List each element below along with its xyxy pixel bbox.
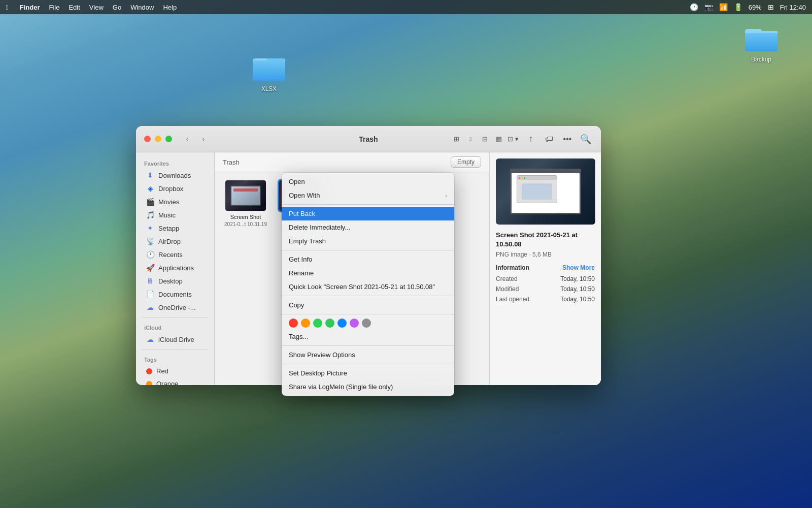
preview-dot-max [524, 177, 525, 179]
preview-info-label: Information Show More [496, 264, 595, 271]
context-open[interactable]: Open [282, 175, 454, 188]
xlsx-folder-icon [253, 51, 285, 83]
sidebar-item-airdrop[interactable]: 📡 AirDrop [138, 235, 212, 248]
context-get-info[interactable]: Get Info [282, 252, 454, 266]
desktop-icon-backup[interactable]: Backup [741, 21, 782, 63]
sidebar-divider-icloud [142, 317, 208, 318]
sidebar-item-onedrive-label: OneDrive -... [158, 304, 196, 311]
tag-button[interactable]: 🏷 [542, 132, 556, 146]
preview-last-opened-row: Last opened Today, 10:50 [496, 296, 595, 303]
icon-view-button[interactable]: ⊞ [450, 134, 463, 145]
sidebar-item-tag-red[interactable]: Red [138, 365, 212, 377]
open-with-arrow: › [445, 193, 447, 199]
controlcenter-icon[interactable]: ⊞ [768, 3, 774, 11]
column-view-button[interactable]: ⊟ [478, 134, 491, 145]
sidebar-item-dropbox[interactable]: ◈ Dropbox [138, 182, 212, 195]
show-more-link[interactable]: Show More [562, 264, 595, 271]
minimize-button[interactable] [155, 136, 161, 142]
menu-finder[interactable]: Finder [20, 4, 40, 11]
tag-color-purple[interactable] [350, 319, 359, 328]
gallery-view-button[interactable]: ▦ [492, 134, 505, 145]
sidebar-item-music[interactable]: 🎵 Music [138, 208, 212, 221]
tag-color-orange[interactable] [301, 319, 310, 328]
sidebar-item-onedrive[interactable]: ☁ OneDrive -... [138, 301, 212, 314]
sidebar-item-downloads-label: Downloads [158, 172, 191, 179]
context-sep-1 [282, 204, 454, 205]
share-button[interactable]: ↑ [524, 132, 538, 146]
sidebar-item-movies[interactable]: 🎬 Movies [138, 195, 212, 208]
recents-icon: 🕐 [146, 250, 154, 259]
window-title: Trash [359, 135, 378, 143]
tag-color-yellow[interactable] [313, 319, 322, 328]
desktop-icon-sidebar: 🖥 [146, 277, 154, 285]
tag-color-green[interactable] [325, 319, 334, 328]
sidebar: Favorites ⬇ Downloads ◈ Dropbox 🎬 Movies… [136, 152, 215, 385]
menu-go[interactable]: Go [113, 4, 121, 11]
sidebar-item-recents[interactable]: 🕐 Recents [138, 248, 212, 261]
desktop-icon-xlsx[interactable]: XLSX [249, 51, 289, 92]
menubar:  Finder File Edit View Go Window Help 🕐… [0, 0, 812, 14]
tag-color-red[interactable] [289, 319, 298, 328]
preview-screen-window-bar [517, 176, 557, 180]
more-button[interactable]: ••• [560, 132, 574, 146]
icloud-label: iCloud [136, 321, 214, 333]
context-tags[interactable]: Tags... [282, 330, 454, 343]
sidebar-item-movies-label: Movies [158, 198, 179, 206]
datetime: Fri 12:40 [780, 4, 806, 11]
menu-file[interactable]: File [49, 4, 59, 11]
menu-edit[interactable]: Edit [69, 4, 80, 11]
preview-panel: Screen Shot 2021-05-21 at 10.50.08 PNG i… [489, 152, 601, 385]
menu-help[interactable]: Help [163, 4, 177, 11]
traffic-lights [144, 136, 172, 142]
icloud-drive-icon: ☁ [146, 335, 154, 343]
list-view-button[interactable]: ≡ [464, 134, 477, 145]
tags-label: Tags [136, 353, 214, 365]
empty-trash-button[interactable]: Empty [451, 156, 481, 168]
file-thumb-1 [225, 180, 266, 211]
context-rename[interactable]: Rename [282, 266, 454, 280]
tag-color-blue[interactable] [337, 319, 347, 328]
toolbar-right: ⊞ ≡ ⊟ ▦ ⊡ ▾ ↑ 🏷 ••• 🔍 [446, 132, 593, 146]
sidebar-item-dropbox-label: Dropbox [158, 185, 183, 193]
context-share-logmein[interactable]: Share via LogMeIn (Single file only) [282, 380, 454, 394]
close-button[interactable] [144, 136, 151, 142]
file-item-screenshot1[interactable]: Screen Shot 2021-0...t 10.31.19 [223, 180, 268, 377]
context-empty-trash[interactable]: Empty Trash [282, 234, 454, 248]
tag-color-gray[interactable] [362, 319, 371, 328]
search-button[interactable]: 🔍 [579, 132, 593, 146]
forward-button[interactable]: › [196, 132, 211, 146]
orange-tag-dot [146, 381, 152, 386]
group-button[interactable]: ⊡ ▾ [506, 134, 520, 145]
context-quick-look[interactable]: Quick Look "Screen Shot 2021-05-21 at 10… [282, 280, 454, 294]
music-icon: 🎵 [146, 211, 154, 219]
context-show-preview[interactable]: Show Preview Options [282, 348, 454, 362]
modified-value: Today, 10:50 [560, 285, 595, 293]
menu-view[interactable]: View [89, 4, 104, 11]
maximize-button[interactable] [165, 136, 172, 142]
view-controls: ⊞ ≡ ⊟ ▦ ⊡ ▾ [450, 134, 520, 145]
preview-dot-close [519, 177, 520, 179]
context-delete-immediately[interactable]: Delete Immediately... [282, 220, 454, 234]
sidebar-item-applications[interactable]: 🚀 Applications [138, 261, 212, 274]
sidebar-divider-tags [142, 349, 208, 350]
sidebar-item-tag-orange[interactable]: Orange [138, 377, 212, 385]
sidebar-item-downloads[interactable]: ⬇ Downloads [138, 169, 212, 182]
preview-screen [510, 169, 581, 214]
movies-icon: 🎬 [146, 198, 154, 206]
sidebar-item-desktop[interactable]: 🖥 Desktop [138, 274, 212, 288]
apple-menu[interactable]:  [6, 4, 9, 11]
preview-subtitle: PNG image · 5,6 MB [496, 251, 595, 258]
context-open-with[interactable]: Open With › [282, 188, 454, 202]
file-thumb-inner-1 [225, 180, 266, 211]
menu-window[interactable]: Window [130, 4, 154, 11]
preview-dot-min [521, 177, 523, 179]
context-set-desktop[interactable]: Set Desktop Picture [282, 366, 454, 380]
context-put-back[interactable]: Put Back [282, 207, 454, 220]
sidebar-item-setapp[interactable]: ✦ Setapp [138, 221, 212, 235]
back-button[interactable]: ‹ [180, 132, 194, 146]
sidebar-item-icloud-drive[interactable]: ☁ iCloud Drive [138, 333, 212, 346]
menubar-right: 🕐 📷 📶 🔋 69% ⊞ Fri 12:40 [690, 3, 806, 11]
sidebar-item-documents[interactable]: 📄 Documents [138, 288, 212, 301]
context-copy[interactable]: Copy [282, 298, 454, 312]
xlsx-folder-label: XLSX [261, 85, 277, 92]
